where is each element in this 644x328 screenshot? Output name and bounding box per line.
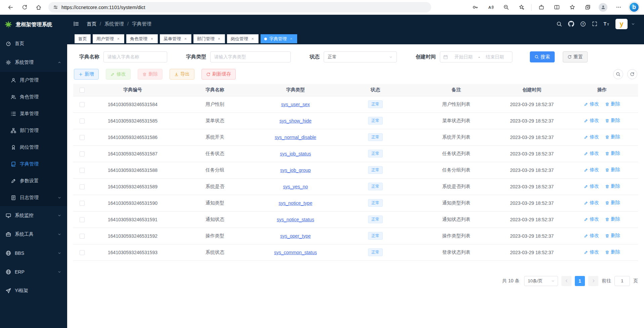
dict-type-link[interactable]: sys_notice_type — [279, 200, 312, 206]
dict-type-link[interactable]: sys_yes_no — [283, 184, 308, 189]
row-checkbox[interactable] — [80, 168, 85, 173]
tab-post[interactable]: 岗位管理 — [227, 34, 259, 43]
sidebar-item-system-management[interactable]: 系统管理 — [0, 53, 67, 72]
add-button[interactable]: 新增 — [74, 69, 99, 80]
dict-type-link[interactable]: sys_notice_status — [277, 217, 314, 222]
row-edit-link[interactable]: 修改 — [584, 150, 599, 156]
select-all-checkbox[interactable] — [80, 88, 85, 93]
dict-type-input-field[interactable] — [214, 54, 287, 59]
sidebar-item-home[interactable]: 首页 — [0, 34, 67, 53]
row-delete-link[interactable]: 删除 — [605, 101, 620, 107]
user-menu-caret[interactable] — [631, 22, 635, 26]
tab-close-icon[interactable] — [250, 37, 255, 41]
row-edit-link[interactable]: 修改 — [584, 134, 599, 140]
breadcrumb-item-1[interactable]: 系统管理 — [104, 21, 124, 27]
row-delete-link[interactable]: 删除 — [605, 233, 620, 239]
dict-type-link[interactable]: sys_job_status — [280, 151, 311, 156]
header-search-button[interactable] — [556, 21, 562, 27]
sidebar-item-dept-management[interactable]: 部门管理 — [0, 122, 67, 139]
github-button[interactable] — [568, 21, 574, 27]
row-delete-link[interactable]: 删除 — [605, 134, 620, 140]
sidebar-toggle-button[interactable] — [71, 19, 82, 29]
row-checkbox[interactable] — [80, 135, 85, 140]
row-checkbox[interactable] — [80, 102, 85, 107]
row-delete-link[interactable]: 删除 — [605, 150, 620, 156]
back-button[interactable] — [3, 1, 17, 13]
next-page-button[interactable] — [588, 276, 598, 286]
row-edit-link[interactable]: 修改 — [584, 183, 599, 189]
help-button[interactable]: ? — [580, 21, 586, 27]
search-button[interactable]: 搜索 — [530, 51, 555, 62]
sidebar-item-system-monitor[interactable]: 系统监控 — [0, 206, 67, 225]
row-edit-link[interactable]: 修改 — [584, 249, 599, 255]
user-avatar[interactable]: y — [615, 19, 628, 29]
collections-button[interactable] — [581, 1, 595, 13]
delete-button[interactable]: 删除 — [138, 69, 163, 80]
refresh-cache-button[interactable]: 刷新缓存 — [201, 69, 236, 80]
dict-type-link[interactable]: sys_job_group — [280, 168, 311, 173]
prev-page-button[interactable] — [561, 276, 571, 286]
sidebar-item-user-management[interactable]: 用户管理 — [0, 72, 67, 89]
dict-type-link[interactable]: sys_oper_type — [280, 233, 311, 239]
row-delete-link[interactable]: 删除 — [605, 249, 620, 255]
row-delete-link[interactable]: 删除 — [605, 183, 620, 189]
password-button[interactable] — [468, 1, 482, 13]
sidebar-item-menu-management[interactable]: 菜单管理 — [0, 105, 67, 122]
row-edit-link[interactable]: 修改 — [584, 167, 599, 173]
favorites-button[interactable] — [565, 1, 579, 13]
tab-close-icon[interactable] — [183, 37, 188, 41]
reload-button[interactable] — [17, 1, 32, 13]
tab-role[interactable]: 角色管理 — [126, 34, 158, 43]
app-logo[interactable]: 意框架管理系统 — [0, 15, 67, 34]
profile-button[interactable] — [596, 1, 610, 13]
bing-button[interactable]: b — [629, 2, 639, 12]
add-favorite-button[interactable] — [514, 1, 528, 13]
fullscreen-button[interactable] — [592, 21, 597, 27]
tab-user[interactable]: 用户管理 — [93, 34, 124, 43]
row-checkbox[interactable] — [80, 184, 85, 189]
date-range-picker[interactable]: 开始日期 - 结束日期 — [440, 51, 512, 62]
reset-button[interactable]: 重置 — [563, 51, 588, 62]
dict-name-input[interactable] — [103, 51, 167, 62]
dict-type-link[interactable]: sys_user_sex — [281, 102, 310, 107]
sidebar-item-bbs[interactable]: BBS — [0, 244, 67, 263]
split-screen-button[interactable] — [550, 1, 564, 13]
toggle-search-button[interactable] — [613, 69, 623, 79]
dict-type-link[interactable]: sys_show_hide — [279, 118, 312, 124]
sidebar-item-system-tools[interactable]: 系统工具 — [0, 225, 67, 244]
row-edit-link[interactable]: 修改 — [584, 118, 599, 124]
row-edit-link[interactable]: 修改 — [584, 216, 599, 222]
row-delete-link[interactable]: 删除 — [605, 118, 620, 124]
row-checkbox[interactable] — [80, 201, 85, 206]
dict-type-link[interactable]: sys_normal_disable — [275, 135, 316, 140]
dict-type-link[interactable]: sys_common_status — [274, 250, 317, 255]
address-bar[interactable]: https://ccnetcore.com:1101/system/dict — [48, 2, 431, 12]
tab-close-icon[interactable] — [150, 37, 154, 41]
current-page-button[interactable]: 1 — [575, 276, 585, 286]
tab-dict[interactable]: 字典管理 — [261, 34, 297, 43]
tab-close-icon[interactable] — [116, 37, 121, 41]
goto-page-input[interactable] — [614, 276, 630, 286]
sidebar-item-post-management[interactable]: 岗位管理 — [0, 139, 67, 156]
page-size-select[interactable]: 10条/页 — [524, 276, 558, 286]
edit-button[interactable]: 修改 — [106, 69, 131, 80]
site-permissions-button[interactable] — [53, 5, 58, 10]
dict-type-input[interactable] — [210, 51, 291, 62]
row-delete-link[interactable]: 删除 — [605, 216, 620, 222]
font-size-button[interactable]: TT — [603, 21, 609, 27]
sidebar-item-yi-framework[interactable]: Yi框架 — [0, 281, 67, 300]
row-checkbox[interactable] — [80, 234, 85, 239]
row-checkbox[interactable] — [80, 119, 85, 124]
row-checkbox[interactable] — [80, 250, 85, 255]
tab-home[interactable]: 首页 — [75, 34, 91, 43]
export-button[interactable]: 导出 — [170, 69, 194, 80]
row-delete-link[interactable]: 删除 — [605, 167, 620, 173]
sidebar-item-param-settings[interactable]: 参数设置 — [0, 173, 67, 189]
dict-name-input-field[interactable] — [107, 54, 163, 59]
read-aloud-button[interactable]: A — [484, 1, 498, 13]
sidebar-item-dict-management[interactable]: 字典管理 — [0, 156, 67, 173]
row-edit-link[interactable]: 修改 — [584, 101, 599, 107]
refresh-table-button[interactable] — [627, 69, 637, 79]
sidebar-item-role-management[interactable]: 角色管理 — [0, 89, 67, 105]
sidebar-item-log-management[interactable]: 日志管理 — [0, 189, 67, 206]
